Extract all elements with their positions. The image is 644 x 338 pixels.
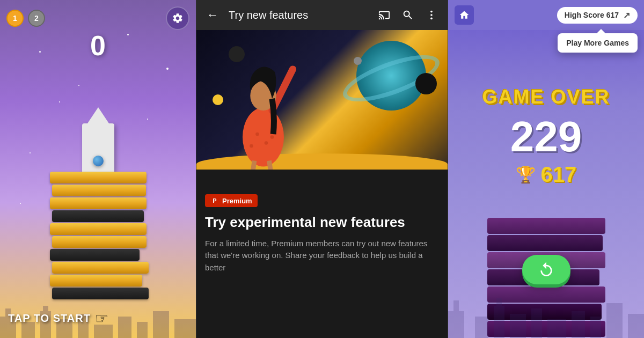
svg-rect-11	[174, 319, 196, 338]
article-image	[196, 30, 448, 186]
right-header: High Score 617 ↗	[448, 0, 644, 30]
svg-rect-27	[496, 298, 502, 306]
svg-rect-23	[448, 311, 464, 338]
high-score-text: High Score 617	[565, 11, 619, 19]
middle-panel: ← Try new features	[196, 0, 448, 338]
replay-button[interactable]	[522, 255, 570, 284]
svg-rect-30	[547, 319, 566, 338]
svg-point-13	[430, 14, 433, 16]
svg-point-22	[270, 135, 274, 139]
left-panel: 1 2 0	[0, 0, 196, 338]
middle-header: ← Try new features	[196, 0, 448, 30]
header-icons	[375, 5, 441, 25]
middle-header-title: Try new features	[229, 9, 368, 21]
cast-icon	[378, 9, 390, 21]
planet-tiny	[213, 94, 223, 105]
best-score: 617	[541, 163, 577, 187]
svg-rect-8	[118, 317, 131, 338]
svg-rect-31	[572, 311, 585, 338]
gear-icon	[172, 12, 184, 24]
gear-button[interactable]	[166, 6, 189, 30]
svg-line-17	[252, 161, 255, 170]
svg-rect-24	[453, 300, 459, 311]
search-icon	[402, 9, 414, 21]
tower-stack	[50, 172, 147, 299]
trophy-icon: 🏆	[516, 165, 536, 184]
current-score-right: 229	[510, 115, 582, 158]
high-score-pill: High Score 617 ↗	[557, 7, 638, 24]
svg-rect-28	[510, 314, 526, 338]
hand-icon: ☞	[95, 310, 108, 327]
svg-point-20	[265, 141, 268, 145]
svg-rect-9	[137, 322, 148, 338]
ball	[93, 156, 104, 166]
tap-to-start-text: TAP TO START	[8, 312, 91, 325]
current-score-left: 0	[90, 30, 106, 62]
svg-rect-32	[590, 317, 601, 338]
svg-rect-10	[153, 311, 169, 338]
search-button[interactable]	[398, 5, 418, 25]
svg-rect-26	[494, 306, 504, 338]
svg-line-18	[269, 161, 273, 170]
play-more-games-tooltip[interactable]: Play More Games	[558, 33, 638, 53]
svg-point-14	[430, 18, 433, 20]
planet-med	[354, 57, 362, 65]
right-panel: High Score 617 ↗ Play More Games GAME OV…	[448, 0, 644, 338]
more-icon	[426, 9, 437, 21]
more-button[interactable]	[422, 5, 441, 25]
premium-badge: P Premium	[205, 194, 258, 207]
tower-left	[45, 123, 152, 300]
tower-top	[82, 123, 114, 172]
svg-point-15	[243, 108, 284, 167]
score-display: 229 🏆 617	[510, 115, 582, 187]
svg-rect-29	[531, 308, 542, 338]
premium-p-icon: P	[210, 196, 219, 205]
left-top-bar: 1 2	[6, 6, 189, 30]
badge-2: 2	[28, 10, 45, 27]
city-silhouette-right	[448, 284, 644, 338]
svg-point-12	[430, 11, 433, 13]
svg-rect-33	[606, 303, 623, 338]
badge-1: 1	[6, 10, 24, 27]
article-title: Try experimental new features	[205, 214, 439, 231]
article-body: For a limited time, Premium members can …	[205, 238, 439, 274]
home-button[interactable]	[455, 5, 474, 25]
score-badges: 1 2	[6, 10, 45, 27]
figure	[226, 52, 306, 170]
svg-point-19	[255, 133, 259, 136]
article-content: P Premium Try experimental new features …	[196, 186, 448, 282]
replay-icon	[538, 261, 555, 278]
best-score-row: 🏆 617	[510, 163, 582, 187]
black-planet	[415, 73, 437, 94]
share-icon[interactable]: ↗	[623, 10, 630, 20]
game-over-text: GAME OVER	[482, 86, 610, 108]
premium-label: Premium	[222, 197, 252, 205]
cast-button[interactable]	[375, 5, 394, 25]
svg-rect-25	[475, 317, 488, 338]
svg-point-21	[250, 144, 253, 148]
home-icon	[459, 10, 470, 20]
back-button[interactable]: ←	[203, 5, 222, 25]
tap-to-start[interactable]: TAP TO START ☞	[8, 310, 108, 327]
svg-rect-34	[628, 314, 644, 338]
